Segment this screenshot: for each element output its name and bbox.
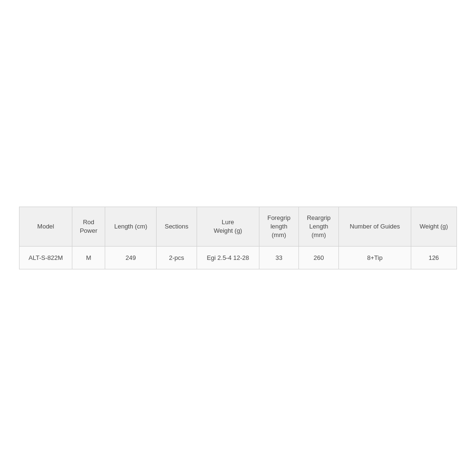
col-header-sections: Sections [157,207,197,247]
cell-rod-power: M [72,247,105,269]
col-header-model: Model [20,207,72,247]
table-container: Model RodPower Length (cm) Sections Lure… [19,207,457,270]
cell-lure-weight: Egi 2.5-4 12-28 [197,247,259,269]
cell-model: ALT-S-822M [20,247,72,269]
col-header-number-of-guides: Number of Guides [339,207,411,247]
cell-foregrip-length: 33 [259,247,298,269]
cell-number-of-guides: 8+Tip [339,247,411,269]
specs-table: Model RodPower Length (cm) Sections Lure… [19,207,457,270]
table-row: ALT-S-822M M 249 2-pcs Egi 2.5-4 12-28 3… [20,247,457,269]
col-header-length: Length (cm) [105,207,157,247]
table-header-row: Model RodPower Length (cm) Sections Lure… [20,207,457,247]
col-header-foregrip-length: Foregriplength(mm) [259,207,298,247]
col-header-weight: Weight (g) [411,207,456,247]
col-header-rod-power: RodPower [72,207,105,247]
col-header-reargrip-length: ReargripLength(mm) [298,207,339,247]
col-header-lure-weight: LureWeight (g) [197,207,259,247]
page-wrapper: Model RodPower Length (cm) Sections Lure… [0,0,476,476]
cell-weight: 126 [411,247,456,269]
cell-reargrip-length: 260 [298,247,339,269]
cell-length: 249 [105,247,157,269]
cell-sections: 2-pcs [157,247,197,269]
